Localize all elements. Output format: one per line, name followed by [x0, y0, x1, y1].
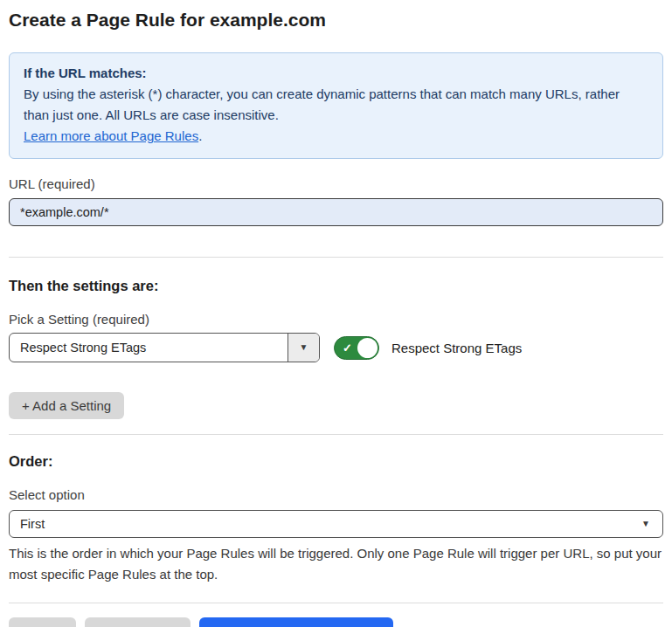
info-box-heading: If the URL matches:	[24, 63, 648, 84]
learn-more-link[interactable]: Learn more about Page Rules	[24, 128, 198, 143]
divider	[9, 434, 663, 435]
cancel-button[interactable]: Cancel	[9, 617, 76, 627]
setting-select-arrow-cell: ▼	[288, 334, 319, 362]
add-setting-button[interactable]: + Add a Setting	[9, 392, 124, 419]
url-field-label: URL (required)	[9, 176, 663, 192]
check-icon: ✓	[343, 342, 352, 354]
order-section-heading: Order:	[9, 452, 663, 470]
page-rule-form: Create a Page Rule for example.com If th…	[0, 0, 672, 627]
toggle-label: Respect Strong ETags	[391, 341, 522, 355]
order-help-text: This is the order in which your Page Rul…	[9, 543, 663, 585]
settings-section-heading: Then the settings are:	[9, 277, 663, 294]
order-select[interactable]: First ▼	[9, 510, 663, 538]
info-box-link-line: Learn more about Page Rules.	[24, 126, 648, 147]
toggle-knob	[357, 338, 378, 358]
setting-select-value: Respect Strong ETags	[10, 341, 288, 355]
url-input[interactable]	[9, 198, 663, 226]
chevron-down-icon: ▼	[300, 343, 308, 352]
order-select-value: First	[20, 517, 641, 531]
form-actions: Cancel Save as Draft Save and Deploy Pag…	[9, 617, 663, 627]
divider	[9, 603, 663, 603]
pick-setting-label: Pick a Setting (required)	[9, 312, 663, 327]
save-draft-button[interactable]: Save as Draft	[85, 617, 191, 627]
link-suffix: .	[198, 128, 202, 143]
info-box-body: By using the asterisk (*) character, you…	[24, 84, 648, 126]
divider	[9, 257, 663, 258]
url-match-info-box: If the URL matches: By using the asteris…	[9, 52, 663, 159]
order-select-label: Select option	[9, 487, 663, 503]
save-deploy-button[interactable]: Save and Deploy Page Rule	[199, 617, 393, 627]
page-title: Create a Page Rule for example.com	[9, 9, 663, 31]
setting-row: Respect Strong ETags ▼ ✓ Respect Strong …	[9, 333, 663, 362]
chevron-down-icon: ▼	[641, 520, 650, 528]
etags-toggle[interactable]: ✓	[334, 336, 379, 360]
setting-select[interactable]: Respect Strong ETags ▼	[9, 333, 320, 362]
